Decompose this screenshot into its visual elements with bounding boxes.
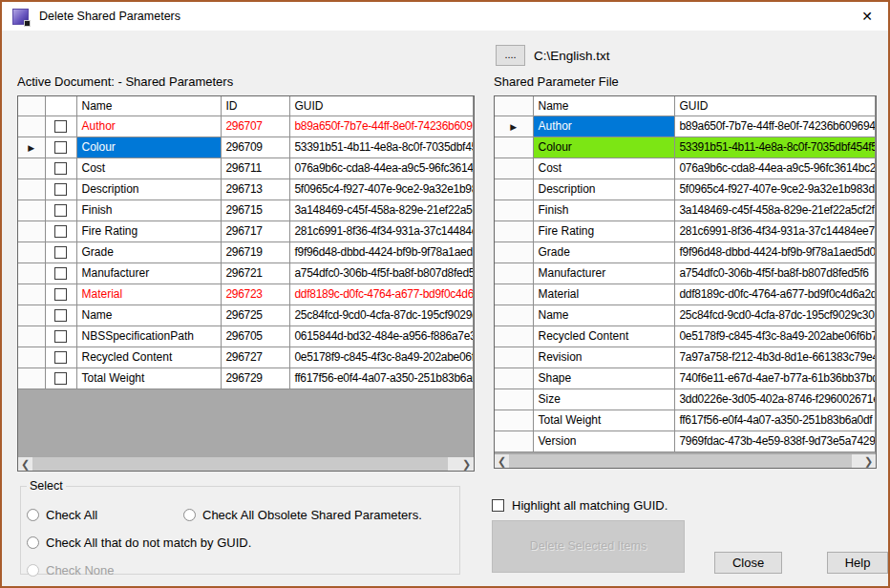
id-cell[interactable]: 296705 [221,326,289,346]
id-cell[interactable]: 296721 [221,262,289,284]
scroll-thumb[interactable] [509,454,852,468]
name-cell[interactable]: Recycled Content [76,346,221,368]
name-cell[interactable]: Fire Rating [533,220,674,242]
name-cell[interactable]: Author [76,116,221,136]
name-cell[interactable]: Colour [533,136,674,158]
highlight-matching-guid-checkbox[interactable]: Highlight all matching GUID. [492,498,668,513]
guid-cell[interactable]: 281c6991-8f36-4f34-931a-37c14484ee7d [674,220,876,242]
id-cell[interactable]: 296727 [221,346,289,368]
id-cell[interactable]: 296729 [221,368,289,388]
radio-check-all-obsolete[interactable]: Check All Obsolete Shared Parameters. [183,508,422,522]
row-header-cell[interactable]: ▶ [18,136,45,158]
guid-cell[interactable]: 25c84fcd-9cd0-4cfa-87dc-195cf9029c30 [674,304,876,326]
row-header-cell[interactable] [495,158,533,178]
row-checkbox[interactable] [54,225,67,238]
guid-cell[interactable]: 3dd0226e-3d05-402a-8746-f296002671e6 [674,388,876,410]
guid-cell[interactable]: f9f96d48-dbbd-4424-bf9b-9f78a1aed5d0 [674,242,876,262]
guid-cell[interactable]: 5f0965c4-f927-407e-9ce2-9a32e1b98... [289,178,474,200]
guid-cell[interactable]: 53391b51-4b11-4e8a-8c0f-7035dbf45... [289,136,474,158]
name-cell[interactable]: Name [76,304,221,326]
name-cell[interactable]: Total Weight [76,368,221,388]
row-checkbox[interactable] [54,267,67,280]
id-cell[interactable]: 296725 [221,304,289,326]
row-checkbox[interactable] [54,330,67,343]
name-cell[interactable]: Size [533,388,674,410]
guid-cell[interactable]: 3a148469-c45f-458a-829e-21ef22a5cf2f [289,200,474,220]
name-cell[interactable]: Version [533,430,674,452]
row-header-cell[interactable] [495,410,533,430]
row-header-cell[interactable] [495,326,533,346]
name-cell[interactable]: NBSSpecificationPath [76,326,221,346]
guid-cell[interactable]: 076a9b6c-cda8-44ea-a9c5-96fc3614b... [289,158,474,178]
name-cell[interactable]: Grade [533,242,674,262]
name-cell[interactable]: Cost [76,158,221,178]
guid-cell[interactable]: ddf8189c-d0fc-4764-a677-bd9f0c4d6a2d [674,284,876,304]
browse-button[interactable]: .... [496,45,525,66]
guid-cell[interactable]: 25c84fcd-9cd0-4cfa-87dc-195cf9029c... [289,304,474,326]
guid-cell[interactable]: 0e5178f9-c845-4f3c-8a49-202abe06f6b7 [674,326,876,346]
row-header-cell[interactable] [18,200,45,220]
name-cell[interactable]: Grade [76,242,221,262]
row-header-cell[interactable] [18,158,45,178]
guid-cell[interactable]: ddf8189c-d0fc-4764-a677-bd9f0c4d6a... [289,284,474,304]
scroll-left-icon[interactable]: ❮ [495,455,509,468]
name-cell[interactable]: Description [76,178,221,200]
name-cell[interactable]: Description [533,178,674,200]
column-header-guid[interactable]: GUID [289,96,474,116]
name-cell[interactable]: Shape [533,368,674,388]
row-header-cell[interactable] [495,368,533,388]
name-cell[interactable]: Colour [76,136,221,158]
scroll-right-icon[interactable]: ❯ [861,455,876,468]
id-cell[interactable]: 296715 [221,200,289,220]
guid-cell[interactable]: ff617f56-e0f4-4a07-a350-251b83b6a0df [289,368,474,388]
id-cell[interactable]: 296723 [221,284,289,304]
column-header-id[interactable]: ID [221,96,289,116]
name-cell[interactable]: Total Weight [533,410,674,430]
row-header-cell[interactable] [495,304,533,326]
row-checkbox[interactable] [54,309,67,322]
name-cell[interactable]: Finish [76,200,221,220]
row-header-cell[interactable] [495,220,533,242]
name-cell[interactable]: Material [533,284,674,304]
row-checkbox[interactable] [54,183,67,196]
guid-cell[interactable]: 53391b51-4b11-4e8a-8c0f-7035dbf454f5 [674,136,876,158]
guid-cell[interactable]: 076a9b6c-cda8-44ea-a9c5-96fc3614bc28 [674,158,876,178]
radio-check-all[interactable]: Check All [27,508,97,522]
row-checkbox[interactable] [54,372,67,385]
row-header-cell[interactable] [18,326,45,346]
id-cell[interactable]: 296713 [221,178,289,200]
column-header-name[interactable]: Name [76,96,221,116]
row-header-cell[interactable] [18,116,45,136]
row-header-cell[interactable]: ▶ [495,116,533,136]
row-header-cell[interactable] [495,200,533,220]
close-icon[interactable]: ✕ [858,8,876,25]
name-cell[interactable]: Recycled Content [533,326,674,346]
radio-check-all-no-guid-match[interactable]: Check All that do not match by GUID. [27,536,251,550]
row-header-cell[interactable] [18,242,45,262]
guid-cell[interactable]: b89a650f-7b7e-44ff-8e0f-74236b609694 [289,116,474,136]
scroll-thumb[interactable] [32,457,448,471]
guid-cell[interactable]: f9f96d48-dbbd-4424-bf9b-9f78a1aed5d0 [289,242,474,262]
row-header-cell[interactable] [495,242,533,262]
row-checkbox[interactable] [54,204,67,217]
guid-cell[interactable]: 7a97a758-f212-4b3d-8d1e-661383c79e4d [674,346,876,368]
row-header-cell[interactable] [495,388,533,410]
name-cell[interactable]: Material [76,284,221,304]
id-cell[interactable]: 296711 [221,158,289,178]
guid-cell[interactable]: 740f6e11-e67d-4ae7-b77a-61b36bb37bde [674,368,876,388]
name-cell[interactable]: Manufacturer [76,262,221,284]
guid-cell[interactable]: 7969fdac-473b-4e59-838f-9d73e5a74295 [674,430,876,452]
close-button[interactable]: Close [714,552,782,574]
guid-cell[interactable]: b89a650f-7b7e-44ff-8e0f-74236b609694 [674,116,876,136]
row-header-cell[interactable] [495,178,533,200]
help-button[interactable]: Help [827,552,888,574]
row-header-cell[interactable] [18,346,45,368]
id-cell[interactable]: 296707 [221,116,289,136]
row-header-cell[interactable] [495,284,533,304]
row-header-cell[interactable] [495,262,533,284]
row-checkbox[interactable] [54,351,67,364]
row-header-cell[interactable] [495,430,533,452]
name-cell[interactable]: Author [533,116,674,136]
name-cell[interactable]: Fire Rating [76,220,221,242]
name-cell[interactable]: Cost [533,158,674,178]
